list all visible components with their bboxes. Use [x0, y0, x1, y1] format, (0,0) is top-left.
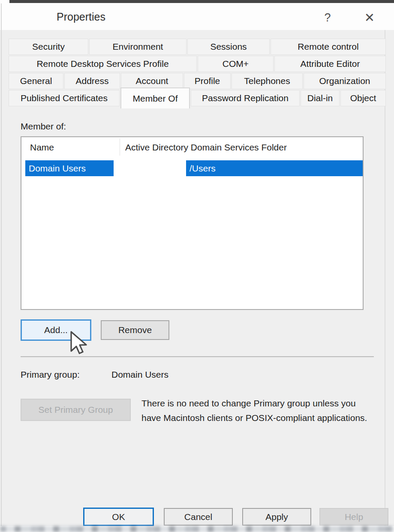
column-header-name[interactable]: Name: [30, 142, 54, 153]
video-artifact-bottom: [0, 526, 394, 532]
tab-attribute-editor[interactable]: Attribute Editor: [274, 56, 386, 72]
title-bar: Properties ? ✕: [0, 3, 394, 30]
tab-address[interactable]: Address: [64, 73, 120, 89]
help-button[interactable]: Help: [319, 508, 388, 526]
tab-environment[interactable]: Environment: [89, 39, 186, 55]
help-icon[interactable]: ?: [318, 8, 337, 27]
tab-telephones[interactable]: Telephones: [232, 73, 303, 89]
member-of-label: Member of:: [21, 121, 66, 132]
cancel-button[interactable]: Cancel: [164, 508, 233, 526]
tab-security[interactable]: Security: [9, 39, 88, 55]
table-row-folder-cell[interactable]: /Users: [186, 160, 363, 176]
window-title: Properties: [57, 11, 105, 23]
column-header-divider[interactable]: [120, 138, 120, 156]
tab-row-1: Security Environment Sessions Remote con…: [9, 39, 386, 55]
tab-member-of[interactable]: Member Of: [120, 87, 190, 108]
tab-row-4: Published Certificates Member Of Passwor…: [9, 90, 386, 106]
section-divider: [21, 356, 374, 357]
properties-dialog: Properties ? ✕ Security Environment Sess…: [0, 0, 394, 532]
tab-row-3: General Address Account Profile Telephon…: [9, 73, 386, 89]
primary-group-note: There is no need to change Primary group…: [141, 396, 368, 425]
tab-profile[interactable]: Profile: [184, 73, 231, 89]
tab-remote-control[interactable]: Remote control: [271, 39, 386, 55]
tab-sessions[interactable]: Sessions: [187, 39, 270, 55]
tab-general[interactable]: General: [9, 73, 63, 89]
remove-button[interactable]: Remove: [101, 320, 169, 340]
close-icon[interactable]: ✕: [360, 8, 379, 27]
tab-account[interactable]: Account: [121, 73, 183, 89]
tab-password-replication[interactable]: Password Replication: [191, 90, 300, 106]
apply-button[interactable]: Apply: [242, 508, 311, 526]
ok-button[interactable]: OK: [83, 508, 154, 526]
column-header-folder[interactable]: Active Directory Domain Services Folder: [125, 142, 287, 153]
set-primary-group-button[interactable]: Set Primary Group: [21, 399, 131, 421]
tab-published-certificates[interactable]: Published Certificates: [9, 90, 120, 106]
primary-group-label: Primary group:: [21, 370, 80, 380]
tab-object[interactable]: Object: [340, 90, 386, 106]
tab-remote-desktop-services-profile[interactable]: Remote Desktop Services Profile: [9, 56, 197, 72]
primary-group-value: Domain Users: [111, 370, 168, 380]
video-artifact-top: [9, 0, 394, 3]
tab-com-plus[interactable]: COM+: [198, 56, 274, 72]
tab-dial-in[interactable]: Dial-in: [301, 90, 340, 106]
tab-organization[interactable]: Organization: [304, 73, 386, 89]
tab-row-2: Remote Desktop Services Profile COM+ Att…: [9, 56, 386, 72]
add-button[interactable]: Add...: [21, 319, 91, 341]
member-of-list[interactable]: Name Active Directory Domain Services Fo…: [21, 136, 364, 310]
dialog-left-edge: [1, 3, 2, 526]
table-row-name-cell[interactable]: Domain Users: [25, 160, 114, 176]
